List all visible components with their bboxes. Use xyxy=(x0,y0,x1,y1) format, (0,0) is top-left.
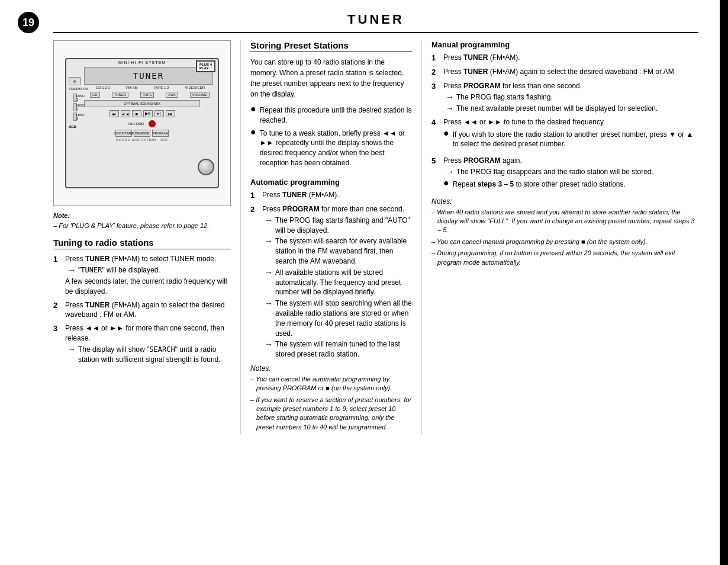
arrow-icon-1a: → xyxy=(67,265,76,275)
storing-intro: You can store up to 40 radio stations in… xyxy=(250,57,412,99)
auto-arrow-4: → The system will stop searching when al… xyxy=(265,298,412,338)
step-1-note: A few seconds later, the current radio f… xyxy=(65,277,231,297)
cd-slots: DISC 1 DISC 2 DISC 3 xyxy=(69,92,82,122)
page-title: TUNER xyxy=(53,12,698,33)
manual-tuner-bold-2: TUNER xyxy=(463,68,488,76)
record-button xyxy=(149,120,156,127)
content-area: MINI HI-FI SYSTEM ⏻ STANDBY·ON DISC 1 DI… xyxy=(53,40,698,434)
manual-bullet-4: ● If you wish to store the radio station… xyxy=(443,130,698,150)
cd-button: CD xyxy=(90,92,100,98)
step-num-2: 2 xyxy=(53,300,62,320)
manual-step-2: 2 Press TUNER (FM•AM) again to select th… xyxy=(431,67,698,78)
manual-step-num-1: 1 xyxy=(431,53,440,63)
tuner-bold-1: TUNER xyxy=(85,255,109,263)
play-pause-button: ▶II xyxy=(143,110,153,117)
manual-arrow-5a-text: The PROG flag disappears and the radio s… xyxy=(456,167,653,177)
note-text: – For 'PLUG & PLAY' feature, please refe… xyxy=(53,221,231,230)
aux-button: AUX xyxy=(166,92,178,98)
manual-note-3: – During programming, if no button is pr… xyxy=(431,249,698,267)
auto-section: Automatic programming 1 Press TUNER (FM•… xyxy=(250,178,412,432)
manual-step-1: 1 Press TUNER (FM•AM). xyxy=(431,53,698,63)
auto-arrow-text-5: The system will remain tuned to the last… xyxy=(275,339,412,359)
forward-button: ▸| xyxy=(154,110,164,117)
auto-arrow-5: → The system will remain tuned to the la… xyxy=(265,339,412,359)
device-inner: MINI HI-FI SYSTEM ⏻ STANDBY·ON DISC 1 DI… xyxy=(54,41,230,206)
bullet-content-5: Repeat steps 3 – 5 to store other preset… xyxy=(453,179,698,190)
manual-step-content-2: Press TUNER (FM•AM) again to select the … xyxy=(443,67,698,78)
plug-label-1: CD 1·2·3 xyxy=(96,86,110,89)
transport-row: ⏮ ◄◄ ■ ▶II ▸| ⏭ xyxy=(66,108,218,119)
manual-arrow-5a: → The PROG flag disappears and the radio… xyxy=(446,167,698,177)
arrow-text-3a: The display will show "SEARCH" until a r… xyxy=(78,345,231,365)
manual-step-content-1: Press TUNER (FM•AM). xyxy=(443,53,698,63)
manual-steps: 1 Press TUNER (FM•AM). 2 Press TUNER (FM… xyxy=(431,53,698,192)
plug-label-3: TAPE 1·2 xyxy=(154,86,169,89)
bullet-dot-4: ● xyxy=(443,129,449,138)
storing-bullet-2: ● To tune to a weak station, briefly pre… xyxy=(250,129,412,168)
auto-step-content-1: Press TUNER (FM•AM). xyxy=(262,190,412,201)
dbb-label: DBB xyxy=(69,125,82,129)
manual-step-5: 5 Press PROGRAM again. → The PROG flag d… xyxy=(431,156,698,192)
auto-arrow-text-3: All available stations will be stored au… xyxy=(275,268,412,297)
record-label: RECORD xyxy=(128,122,144,126)
tuning-title: Tuning to radio stations xyxy=(53,237,231,249)
volume-button: VOLUME xyxy=(190,92,210,98)
manual-bullet-5: ● Repeat steps 3 – 5 to store other pres… xyxy=(443,179,698,190)
tuner-bold-2: TUNER xyxy=(85,301,109,309)
right-column: Manual programming 1 Press TUNER (FM•AM)… xyxy=(421,40,698,434)
tuner-button: TUNER xyxy=(112,92,129,98)
dm-mode-btn: DM MODE xyxy=(134,130,150,137)
stereo-display: TUNER xyxy=(84,67,213,85)
bullet-content-2: To tune to a weak station, briefly press… xyxy=(260,129,412,168)
auto-arrow-text-1: The PROG flag starts flashing and "AUTO"… xyxy=(275,216,412,236)
auto-note-2-text: If you want to reserve a section of pres… xyxy=(256,396,411,431)
sound-nav-label: SOUND NAVIGATION · JOG xyxy=(66,138,218,142)
storing-bullet-1: ● Repeat this procedure until the desire… xyxy=(250,105,412,126)
manual-arrow-3b-text: The next available preset number will be… xyxy=(456,104,658,114)
auto-note-1-text: You can cancel the automatic programming… xyxy=(256,375,392,391)
step-content-1: Press TUNER (FM•AM) to select TUNER mode… xyxy=(65,254,231,296)
prev-button: ⏮ xyxy=(109,110,119,117)
auto-title: Automatic programming xyxy=(250,178,412,187)
button-row: CD TUNER TAPE AUX VOLUME xyxy=(82,91,218,99)
bullet-dot-1: ● xyxy=(250,104,256,114)
bullet-content-4: If you wish to store the radio station t… xyxy=(453,130,698,150)
auto-step-2: 2 Press PROGRAM for more than one second… xyxy=(250,204,412,359)
optimal-sound-btn: OPTIMAL SOUND MIX xyxy=(84,100,200,107)
record-row: RECORD xyxy=(66,119,218,129)
middle-column: Storing Preset Stations You can store up… xyxy=(240,40,412,434)
disc1-slot: DISC 1 xyxy=(73,94,77,102)
arrow-icon-3a: → xyxy=(67,345,76,355)
auto-step-num-2: 2 xyxy=(250,204,259,359)
bullet-dot-2: ● xyxy=(250,127,256,137)
auto-arrow-3: → All available stations will be stored … xyxy=(265,268,412,297)
auto-arrow-text-4: The system will stop searching when all … xyxy=(275,298,412,338)
manual-step-num-4: 4 xyxy=(431,117,440,152)
standby-label: STANDBY·ON xyxy=(69,87,82,91)
manual-title: Manual programming xyxy=(431,40,698,49)
stereo-left-panel: ⏻ STANDBY·ON DISC 1 DISC 2 DISC 3 DBB xyxy=(69,77,82,129)
manual-step-content-4: Press ◄◄ or ►► to tune to the desired fr… xyxy=(443,117,698,152)
step-num-1: 1 xyxy=(53,254,62,296)
auto-arrow-2: → The system will search for every avail… xyxy=(265,236,412,266)
auto-note-2: – If you want to reserve a section of pr… xyxy=(250,396,412,432)
tuning-section: Tuning to radio stations 1 Press TUNER (… xyxy=(53,237,231,364)
note-section: Note: – For 'PLUG & PLAY' feature, pleas… xyxy=(53,212,231,230)
clock-timer-btn: CLOCK/TIMER xyxy=(115,130,132,137)
storing-title: Storing Preset Stations xyxy=(250,40,412,52)
auto-notes-label: Notes: xyxy=(250,364,412,373)
manual-step-num-2: 2 xyxy=(431,67,440,78)
plug-label-2: FM·AM xyxy=(126,86,137,89)
auto-steps: 1 Press TUNER (FM•AM). 2 Press PROGRAM f… xyxy=(250,190,412,359)
auto-arrow-1: → The PROG flag starts flashing and "AUT… xyxy=(265,216,412,236)
auto-step-content-2: Press PROGRAM for more than one second. … xyxy=(262,204,412,359)
step-num-3: 3 xyxy=(53,323,62,364)
jog-knob xyxy=(198,159,214,175)
tuning-step-2: 2 Press TUNER (FM•AM) again to select th… xyxy=(53,300,231,320)
bullet-dot-5: ● xyxy=(443,178,449,188)
play-button: PLUS 4PLAY xyxy=(196,60,215,72)
arrow-3a: → The display will show "SEARCH" until a… xyxy=(67,345,231,365)
stop-button: ■ xyxy=(132,110,141,117)
steps-bold: steps 3 – 5 xyxy=(478,180,514,188)
display-text: TUNER xyxy=(133,71,164,81)
